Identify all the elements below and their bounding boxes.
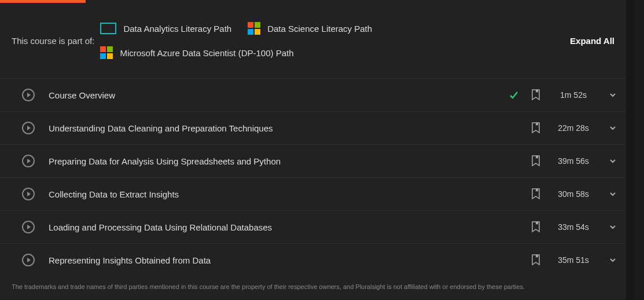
- bookmark-icon[interactable]: [531, 188, 540, 200]
- module-row[interactable]: Preparing Data for Analysis Using Spread…: [0, 144, 626, 177]
- module-duration: 1m 52s: [547, 90, 599, 100]
- paths-label: This course is part of:: [12, 36, 94, 46]
- check-icon: [509, 90, 518, 100]
- module-row[interactable]: Loading and Processing Data Using Relati…: [0, 210, 626, 243]
- bookmark-cell: [524, 254, 547, 266]
- bookmark-icon[interactable]: [531, 221, 540, 233]
- module-row[interactable]: Representing Insights Obtained from Data…: [0, 243, 626, 276]
- disclaimer-text: The trademarks and trade names of third …: [0, 276, 626, 299]
- expand-all-button[interactable]: Expand All: [570, 36, 614, 46]
- bookmark-cell: [524, 89, 547, 101]
- chevron-down-icon[interactable]: [609, 125, 616, 131]
- path-link-data-science[interactable]: Data Science Literacy Path: [248, 22, 372, 35]
- module-duration: 22m 28s: [547, 123, 599, 133]
- paths-links: Data Analytics Literacy Path Data Scienc…: [100, 22, 447, 59]
- microsoft-icon: [248, 22, 260, 35]
- play-icon[interactable]: [22, 89, 35, 101]
- bookmark-cell: [524, 122, 547, 134]
- module-title: Representing Insights Obtained from Data: [49, 255, 503, 265]
- path-label: Data Analytics Literacy Path: [123, 24, 231, 34]
- module-row[interactable]: Course Overview 1m 52s: [0, 78, 626, 111]
- bookmark-icon[interactable]: [531, 122, 540, 134]
- play-icon[interactable]: [22, 254, 35, 266]
- chevron-down-icon[interactable]: [609, 191, 616, 197]
- module-row[interactable]: Collecting Data to Extract Insights 30m …: [0, 177, 626, 210]
- expand-cell: [599, 191, 626, 197]
- course-container: This course is part of: Data Analytics L…: [0, 0, 626, 299]
- completed-cell: [503, 90, 524, 100]
- module-duration: 39m 56s: [547, 156, 599, 166]
- play-icon[interactable]: [22, 221, 35, 233]
- modules-list: Course Overview 1m 52s Understanding Dat…: [0, 78, 626, 276]
- bookmark-icon[interactable]: [531, 254, 540, 266]
- play-icon[interactable]: [22, 122, 35, 134]
- module-title: Collecting Data to Extract Insights: [49, 189, 503, 199]
- expand-cell: [599, 224, 626, 231]
- expand-cell: [599, 158, 626, 164]
- bookmark-icon[interactable]: [531, 155, 540, 167]
- expand-cell: [599, 125, 626, 131]
- module-duration: 30m 58s: [547, 189, 599, 199]
- vertical-scrollbar[interactable]: [634, 0, 644, 300]
- bookmark-cell: [524, 221, 547, 233]
- expand-cell: [599, 92, 626, 98]
- module-title: Course Overview: [49, 90, 503, 100]
- path-label: Data Science Literacy Path: [267, 24, 372, 34]
- chevron-down-icon[interactable]: [609, 224, 616, 231]
- play-icon[interactable]: [22, 155, 35, 167]
- module-duration: 35m 51s: [547, 255, 599, 265]
- chevron-down-icon[interactable]: [609, 92, 616, 98]
- play-icon[interactable]: [22, 188, 35, 200]
- expand-cell: [599, 257, 626, 264]
- path-label: Microsoft Azure Data Scientist (DP-100) …: [120, 48, 293, 58]
- microsoft-icon: [100, 46, 113, 59]
- bookmark-icon[interactable]: [531, 89, 540, 101]
- chevron-down-icon[interactable]: [609, 257, 616, 264]
- path-link-azure-dp100[interactable]: Microsoft Azure Data Scientist (DP-100) …: [100, 46, 293, 59]
- chevron-down-icon[interactable]: [609, 158, 616, 164]
- module-title: Understanding Data Cleaning and Preparat…: [49, 123, 503, 133]
- module-row[interactable]: Understanding Data Cleaning and Preparat…: [0, 111, 626, 144]
- path-link-analytics[interactable]: Data Analytics Literacy Path: [100, 23, 231, 34]
- module-duration: 33m 54s: [547, 222, 599, 232]
- paths-section: This course is part of: Data Analytics L…: [0, 3, 626, 78]
- bookmark-cell: [524, 155, 547, 167]
- monitor-icon: [100, 23, 116, 34]
- module-title: Loading and Processing Data Using Relati…: [49, 222, 503, 232]
- bookmark-cell: [524, 188, 547, 200]
- module-title: Preparing Data for Analysis Using Spread…: [49, 156, 503, 166]
